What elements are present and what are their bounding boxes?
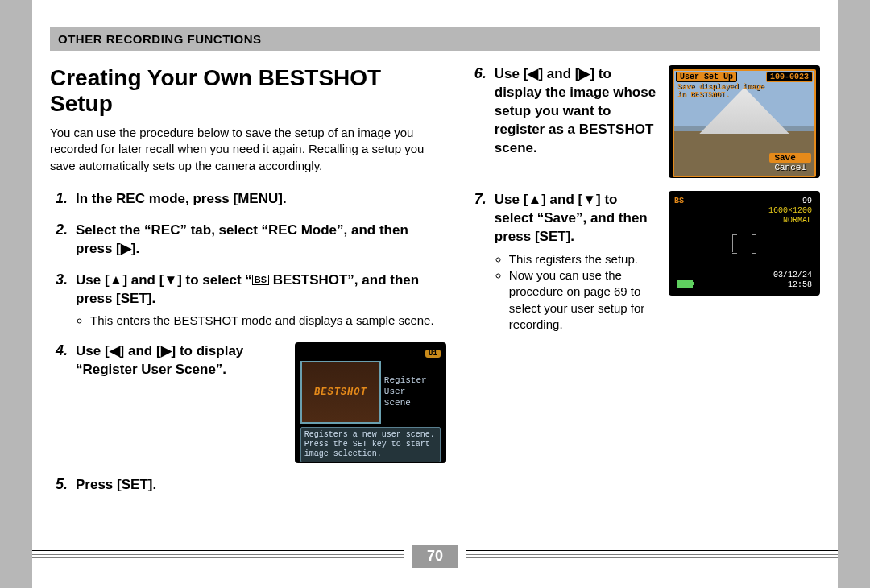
camera-screenshot-register-scene: U1 BESTSHOT Register User Scene Re — [295, 342, 446, 463]
step-text: Use [◀] and [▶] to display “Register Use… — [76, 343, 243, 377]
step-text: Press [SET]. — [76, 477, 156, 492]
page-number: 70 — [412, 545, 458, 568]
subtext: Save displayed image in BESTSHOT. — [677, 83, 764, 100]
camera-screenshot-save-image: User Set Up 100-0023 Save displayed imag… — [669, 65, 820, 178]
mode-chip: User Set Up — [676, 72, 737, 82]
footer-rule — [32, 550, 404, 561]
step-bullet: This registers the setup. — [509, 251, 657, 267]
step-number: 5. — [50, 476, 68, 495]
step-2: 2. Select the “REC” tab, select “REC Mod… — [50, 222, 446, 259]
bs-icon: BS — [252, 275, 269, 285]
shots-remaining: 99 — [768, 197, 812, 206]
footer-rule — [466, 550, 838, 561]
scene-id-badge: U1 — [425, 350, 441, 358]
description-bar: Registers a new user scene. Press the SE… — [300, 427, 441, 462]
menu-text: Register User Scene — [384, 361, 441, 424]
step-number: 7. — [469, 191, 487, 333]
step-number: 6. — [469, 65, 487, 178]
resolution-label: 1600×1200 — [768, 206, 812, 216]
date-label: 03/12/24 — [773, 271, 812, 280]
section-header: OTHER RECORDING FUNCTIONS — [50, 27, 820, 51]
battery-icon — [677, 280, 693, 290]
camera-screenshot-rec-screen: BS 99 1600×1200 NORMAL 03/12/24 — [669, 191, 820, 296]
step-7: 7. Use [▲] and [▼] to select “Save”, and… — [469, 191, 820, 333]
step-5: 5. Press [SET]. — [50, 476, 446, 495]
left-column: Creating Your Own BESTSHOT Setup You can… — [50, 65, 446, 507]
bestshot-logo: BESTSHOT — [314, 387, 367, 398]
page-footer: 70 — [32, 548, 838, 564]
step-text: In the REC mode, press [MENU]. — [76, 191, 287, 206]
page-title: Creating Your Own BESTSHOT Setup — [50, 65, 446, 117]
quality-label: NORMAL — [768, 216, 812, 226]
step-text: Use [▲] and [▼] to select “Save”, and th… — [495, 192, 648, 244]
right-column: 6. Use [◀] and [▶] to display the image … — [469, 65, 820, 507]
preview-thumbnail: BESTSHOT — [300, 361, 381, 424]
step-3: 3. Use [▲] and [▼] to select “BS BESTSHO… — [50, 271, 446, 329]
step-number: 1. — [50, 190, 68, 209]
step-4: 4. Use [◀] and [▶] to display “Register … — [50, 342, 446, 463]
step-number: 2. — [50, 222, 68, 259]
time-label: 12:58 — [773, 280, 812, 290]
bs-indicator: BS — [674, 197, 684, 205]
save-option: Save — [769, 153, 811, 163]
file-number-chip: 100-0023 — [766, 72, 813, 82]
step-number: 3. — [50, 271, 68, 329]
step-6: 6. Use [◀] and [▶] to display the image … — [469, 65, 820, 178]
intro-paragraph: You can use the procedure below to save … — [50, 125, 446, 174]
step-text: Use [◀] and [▶] to display the image who… — [495, 66, 656, 155]
step-text: Use [▲] and [▼] to select “BS BESTSHOT”,… — [76, 272, 419, 306]
cancel-option: Cancel — [769, 163, 811, 172]
step-bullet: This enters the BESTSHOT mode and displa… — [90, 313, 446, 329]
step-1: 1. In the REC mode, press [MENU]. — [50, 190, 446, 209]
step-text: Select the “REC” tab, select “REC Mode”,… — [76, 222, 408, 256]
step-bullet: Now you can use the procedure on page 69… — [509, 267, 657, 333]
step-number: 4. — [50, 342, 68, 463]
focus-frame-icon — [732, 234, 756, 252]
